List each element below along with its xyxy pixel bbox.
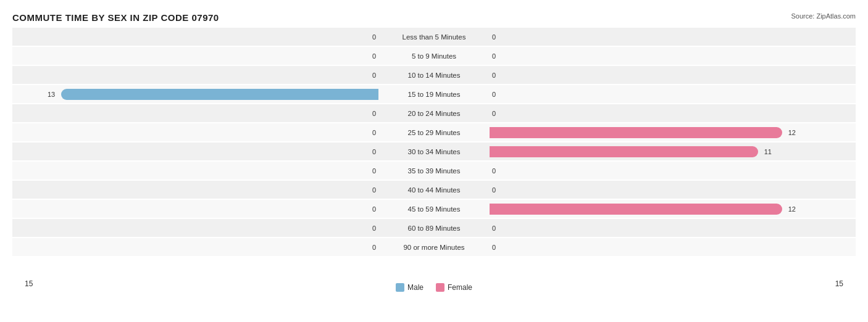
axis-right-label: 15 bbox=[835, 279, 843, 292]
row-inner: 0 5 to 9 Minutes 0 bbox=[12, 47, 856, 65]
legend-male-box bbox=[396, 283, 404, 292]
row-inner: 0 25 to 29 Minutes 12 bbox=[12, 123, 856, 141]
female-side: 0 bbox=[490, 162, 856, 180]
female-side: 0 bbox=[490, 66, 856, 84]
legend-female-box bbox=[436, 283, 444, 292]
male-zero: 0 bbox=[372, 33, 376, 41]
row-label: 10 to 14 Minutes bbox=[378, 72, 490, 79]
row-label: 90 or more Minutes bbox=[378, 244, 490, 251]
source-label: Source: ZipAtlas.com bbox=[791, 12, 856, 20]
table-row: 0 5 to 9 Minutes 0 bbox=[12, 47, 856, 65]
legend-female: Female bbox=[436, 283, 472, 292]
male-side: 0 bbox=[12, 66, 378, 84]
row-label: Less than 5 Minutes bbox=[378, 33, 490, 41]
row-label: 45 to 59 Minutes bbox=[378, 205, 490, 213]
table-row: 0 25 to 29 Minutes 12 bbox=[12, 123, 856, 141]
row-inner: 0 Less than 5 Minutes 0 bbox=[12, 28, 856, 46]
row-inner: 0 90 or more Minutes 0 bbox=[12, 238, 856, 256]
bar-female: 12 bbox=[490, 204, 782, 215]
male-zero: 0 bbox=[372, 72, 376, 79]
female-side: 0 bbox=[490, 104, 856, 122]
row-label: 30 to 34 Minutes bbox=[378, 148, 490, 155]
row-label: 15 to 19 Minutes bbox=[378, 91, 490, 98]
row-label: 5 to 9 Minutes bbox=[378, 52, 490, 60]
female-side: 0 bbox=[490, 28, 856, 46]
male-zero: 0 bbox=[372, 110, 376, 117]
female-value: 12 bbox=[788, 205, 796, 213]
table-row: 0 45 to 59 Minutes 12 bbox=[12, 200, 856, 218]
bar-female: 11 bbox=[490, 146, 758, 157]
male-side: 0 bbox=[12, 238, 378, 256]
female-side: 0 bbox=[490, 219, 856, 237]
table-row: 0 40 to 44 Minutes 0 bbox=[12, 181, 856, 199]
table-row: 13 15 to 19 Minutes 0 bbox=[12, 85, 856, 103]
female-side: 0 bbox=[490, 181, 856, 199]
row-inner: 0 10 to 14 Minutes 0 bbox=[12, 66, 856, 84]
male-side: 0 bbox=[12, 200, 378, 218]
table-row: 0 Less than 5 Minutes 0 bbox=[12, 28, 856, 46]
table-row: 0 35 to 39 Minutes 0 bbox=[12, 162, 856, 180]
legend-male: Male bbox=[396, 283, 424, 292]
bar-female: 12 bbox=[490, 127, 782, 138]
male-side: 0 bbox=[12, 162, 378, 180]
female-value: 11 bbox=[764, 148, 772, 155]
male-zero: 0 bbox=[372, 205, 376, 213]
male-zero: 0 bbox=[372, 148, 376, 155]
chart-container: COMMUTE TIME BY SEX IN ZIP CODE 07970 So… bbox=[0, 0, 868, 322]
male-zero: 0 bbox=[372, 129, 376, 136]
table-row: 0 30 to 34 Minutes 11 bbox=[12, 142, 856, 160]
male-side: 13 bbox=[12, 85, 378, 103]
female-zero: 0 bbox=[492, 91, 496, 98]
legend-male-label: Male bbox=[407, 283, 424, 292]
legend-female-label: Female bbox=[448, 283, 472, 292]
row-label: 20 to 24 Minutes bbox=[378, 110, 490, 117]
female-value: 12 bbox=[788, 129, 796, 136]
row-inner: 0 40 to 44 Minutes 0 bbox=[12, 181, 856, 199]
female-side: 11 bbox=[490, 142, 856, 160]
table-row: 0 20 to 24 Minutes 0 bbox=[12, 104, 856, 122]
female-zero: 0 bbox=[492, 110, 496, 117]
legend: Male Female bbox=[396, 283, 472, 292]
table-row: 0 90 or more Minutes 0 bbox=[12, 238, 856, 256]
male-side: 0 bbox=[12, 47, 378, 65]
row-inner: 0 20 to 24 Minutes 0 bbox=[12, 104, 856, 122]
female-zero: 0 bbox=[492, 167, 496, 175]
female-zero: 0 bbox=[492, 52, 496, 60]
row-inner: 0 45 to 59 Minutes 12 bbox=[12, 200, 856, 218]
axis-bottom: 15 Male Female 15 bbox=[12, 279, 856, 292]
male-side: 0 bbox=[12, 123, 378, 141]
table-row: 0 60 to 89 Minutes 0 bbox=[12, 219, 856, 237]
male-zero: 0 bbox=[372, 167, 376, 175]
female-zero: 0 bbox=[492, 244, 496, 251]
female-side: 0 bbox=[490, 238, 856, 256]
axis-left-label: 15 bbox=[25, 279, 33, 292]
male-side: 0 bbox=[12, 219, 378, 237]
row-label: 40 to 44 Minutes bbox=[378, 186, 490, 194]
male-value: 13 bbox=[48, 91, 55, 98]
row-inner: 13 15 to 19 Minutes 0 bbox=[12, 85, 856, 103]
female-side: 0 bbox=[490, 85, 856, 103]
male-side: 0 bbox=[12, 142, 378, 160]
chart-area: 0 Less than 5 Minutes 0 0 5 to 9 Minutes… bbox=[12, 28, 856, 275]
male-side: 0 bbox=[12, 181, 378, 199]
male-zero: 0 bbox=[372, 52, 376, 60]
row-inner: 0 60 to 89 Minutes 0 bbox=[12, 219, 856, 237]
male-side: 0 bbox=[12, 28, 378, 46]
row-inner: 0 35 to 39 Minutes 0 bbox=[12, 162, 856, 180]
male-side: 0 bbox=[12, 104, 378, 122]
row-label: 60 to 89 Minutes bbox=[378, 225, 490, 232]
table-row: 0 10 to 14 Minutes 0 bbox=[12, 66, 856, 84]
female-zero: 0 bbox=[492, 186, 496, 194]
male-zero: 0 bbox=[372, 225, 376, 232]
female-zero: 0 bbox=[492, 33, 496, 41]
female-side: 12 bbox=[490, 123, 856, 141]
female-side: 12 bbox=[490, 200, 856, 218]
row-label: 35 to 39 Minutes bbox=[378, 167, 490, 175]
row-label: 25 to 29 Minutes bbox=[378, 129, 490, 136]
male-zero: 0 bbox=[372, 186, 376, 194]
female-zero: 0 bbox=[492, 72, 496, 79]
female-side: 0 bbox=[490, 47, 856, 65]
female-zero: 0 bbox=[492, 225, 496, 232]
bar-male: 13 bbox=[61, 89, 378, 100]
male-zero: 0 bbox=[372, 244, 376, 251]
